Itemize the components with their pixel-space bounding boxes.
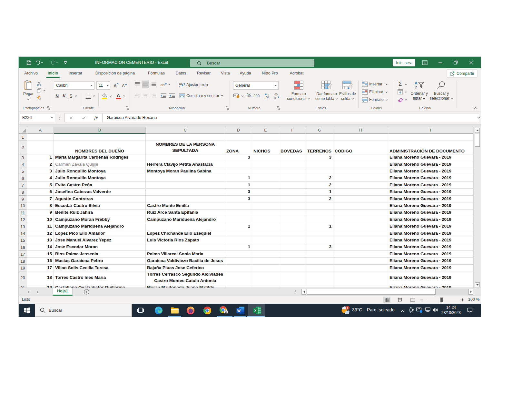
cell-A10[interactable]: 8 xyxy=(27,202,54,209)
cell-F7[interactable] xyxy=(279,182,306,189)
cell-C7[interactable] xyxy=(146,182,225,189)
cell-D2[interactable]: ZONA xyxy=(225,141,252,154)
cell-H10[interactable] xyxy=(333,202,388,209)
cell-B7[interactable]: Evita Castro Peña xyxy=(54,182,146,189)
decrease-decimal-button[interactable]: .00 0 xyxy=(272,92,280,99)
cell-F21[interactable] xyxy=(279,284,306,288)
ribbon-tab-disposici-n-de-p-gina[interactable]: Disposición de página xyxy=(95,68,135,79)
cell-B17[interactable]: Rios Palma Jessenia xyxy=(54,251,146,258)
cell-G20[interactable] xyxy=(306,271,333,284)
cell-A5[interactable]: 3 xyxy=(27,168,54,175)
row-header-10[interactable]: 10 xyxy=(19,202,27,209)
cell-D3[interactable]: 3 xyxy=(225,154,252,161)
cell-B20[interactable]: Torres Castro Ines Maria xyxy=(54,271,146,284)
cell-E4[interactable] xyxy=(252,161,279,168)
cell-B13[interactable]: Campuzano Maridueña Alejandro xyxy=(54,223,146,230)
percent-style-button[interactable]: % xyxy=(245,92,252,99)
cell-D8[interactable]: 3 xyxy=(225,189,252,196)
number-format-combobox[interactable]: General xyxy=(233,81,279,90)
cell-C12[interactable]: Campuzano Maridueña Alejandro xyxy=(146,216,225,223)
cell-G11[interactable] xyxy=(306,210,333,216)
cell-I21[interactable]: Eliana Moreno Guevara - 2019 xyxy=(388,284,473,288)
column-header-f[interactable]: F xyxy=(279,127,306,134)
cell-C1[interactable] xyxy=(146,134,225,141)
cell-B6[interactable]: Julio Ronquillo Montoya xyxy=(54,175,146,182)
cell-D5[interactable] xyxy=(225,168,252,175)
cell-B10[interactable]: Escodar Castro Silvia xyxy=(54,202,146,209)
cell-E18[interactable] xyxy=(252,258,279,265)
cell-C3[interactable] xyxy=(146,154,225,161)
cell-I8[interactable]: Eliana Moreno Guevara - 2019 xyxy=(388,189,473,196)
formula-input[interactable]: Garaicoa Alvarado Roxana xyxy=(103,113,479,122)
normal-view-button[interactable] xyxy=(383,297,390,303)
name-box[interactable]: B226 xyxy=(20,113,55,122)
taskbar-word-button[interactable]: W xyxy=(233,304,248,317)
ribbon-tab-vista[interactable]: Vista xyxy=(221,68,230,79)
cell-D14[interactable] xyxy=(225,230,252,237)
format-cells-button[interactable]: Formato xyxy=(362,96,384,103)
cell-F5[interactable] xyxy=(279,168,306,175)
cell-D10[interactable] xyxy=(225,202,252,209)
cell-I6[interactable]: Eliana Moreno Guevara - 2019 xyxy=(388,175,473,182)
insert-function-icon[interactable]: fx xyxy=(94,115,98,121)
font-size-combobox[interactable]: 11 xyxy=(96,81,110,90)
comma-style-button[interactable]: 000 xyxy=(253,92,260,99)
hscroll-left-arrow[interactable] xyxy=(301,289,306,295)
cell-I4[interactable]: Eliana Moreno Guevara - 2019 xyxy=(388,161,473,168)
ribbon-tab-inicio[interactable]: Inicio xyxy=(48,68,58,79)
align-bottom-button[interactable] xyxy=(151,81,157,88)
zoom-in-button[interactable] xyxy=(461,298,464,302)
cell-D21[interactable] xyxy=(225,284,252,288)
cell-H3[interactable] xyxy=(333,154,388,161)
cell-E14[interactable] xyxy=(252,230,279,237)
weather-widget[interactable]: 1 xyxy=(340,306,350,316)
cell-C10[interactable]: Castro Monte Emilia xyxy=(146,202,225,209)
cell-A9[interactable]: 7 xyxy=(27,196,54,202)
cell-B11[interactable]: Benite Ruiz Jahira xyxy=(54,210,146,216)
sheet-tab-hoja1[interactable]: Hoja1 xyxy=(53,288,73,296)
cell-A21[interactable]: 19 xyxy=(27,284,54,288)
cell-I5[interactable]: Eliana Moreno Guevara - 2019 xyxy=(388,168,473,175)
cell-C11[interactable]: Ruiz Arce Santa Epifania xyxy=(146,210,225,216)
name-box-chevron-icon[interactable] xyxy=(51,116,53,119)
cell-B5[interactable]: Julio Ronquillo Montoya xyxy=(54,168,146,175)
cell-D17[interactable] xyxy=(225,251,252,258)
tray-display-button[interactable] xyxy=(416,307,423,314)
cell-C16[interactable] xyxy=(146,244,225,251)
cell-F9[interactable] xyxy=(279,196,306,202)
cell-I14[interactable]: Eliana Moreno Guevara - 2019 xyxy=(388,230,473,237)
row-header-9[interactable]: 9 xyxy=(19,196,27,202)
increase-font-button[interactable]: A xyxy=(112,81,120,90)
cell-G10[interactable] xyxy=(306,202,333,209)
cell-D9[interactable]: 3 xyxy=(225,196,252,202)
cell-F18[interactable] xyxy=(279,258,306,265)
cell-D13[interactable]: 1 xyxy=(225,223,252,230)
cell-E11[interactable] xyxy=(252,210,279,216)
decrease-font-button[interactable]: A xyxy=(121,82,128,90)
cell-I20[interactable]: Eliana Moreno Guevara - 2019 xyxy=(388,271,473,284)
cell-F8[interactable] xyxy=(279,189,306,196)
cell-D15[interactable] xyxy=(225,237,252,244)
row-header-20[interactable]: 20 xyxy=(19,271,27,284)
italic-button[interactable]: K xyxy=(62,92,67,100)
cell-E7[interactable] xyxy=(252,182,279,189)
wrap-text-button[interactable]: ab c Ajustar texto xyxy=(179,81,208,88)
sort-filter-button[interactable]: A Z Ordenar y filtrar xyxy=(410,79,429,107)
cut-button[interactable] xyxy=(36,81,42,86)
collapse-ribbon-button[interactable] xyxy=(473,106,478,110)
cell-A12[interactable]: 10 xyxy=(27,216,54,223)
cell-H12[interactable] xyxy=(333,216,388,223)
cell-I9[interactable]: Eliana Moreno Guevara - 2019 xyxy=(388,196,473,202)
taskbar-explorer-button[interactable] xyxy=(167,304,182,317)
cell-D19[interactable] xyxy=(225,265,252,271)
undo-button[interactable] xyxy=(34,59,44,66)
row-header-18[interactable]: 18 xyxy=(19,258,27,265)
cancel-formula-icon[interactable] xyxy=(69,116,73,120)
format-painter-button[interactable] xyxy=(36,95,42,101)
cell-H2[interactable]: CODIGO xyxy=(333,141,388,154)
find-select-button[interactable]: Buscar y seleccionar xyxy=(429,79,454,107)
cell-G5[interactable] xyxy=(306,168,333,175)
cell-A3[interactable]: 1 xyxy=(27,154,54,161)
increase-indent-button[interactable] xyxy=(168,92,176,99)
cell-A18[interactable]: 16 xyxy=(27,258,54,265)
